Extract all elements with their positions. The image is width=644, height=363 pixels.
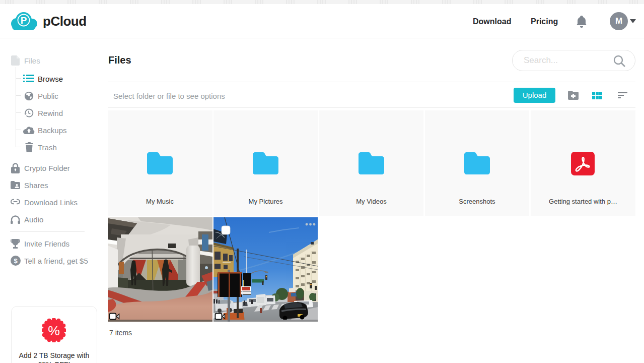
svg-text:%: % [48,323,60,338]
svg-text:P: P [21,15,27,26]
svg-text:$: $ [14,257,18,265]
